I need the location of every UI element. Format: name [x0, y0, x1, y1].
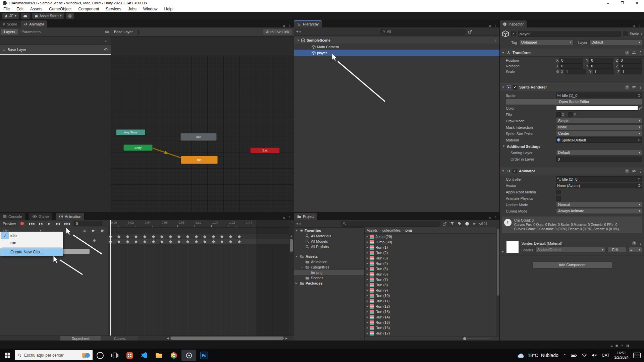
- static-checkbox[interactable]: [623, 32, 628, 36]
- favorites-star-icon[interactable]: ★: [473, 222, 476, 226]
- component-enabled-checkbox[interactable]: ✓: [513, 169, 517, 173]
- menu-jobs[interactable]: Jobs: [124, 6, 140, 12]
- tab-project[interactable]: Project: [294, 213, 318, 220]
- file-row[interactable]: ▶Run (3): [365, 255, 496, 261]
- foldout-icon[interactable]: ▶: [367, 316, 368, 318]
- axis-field[interactable]: 0: [589, 58, 613, 63]
- kebab-menu-icon[interactable]: ⋮: [639, 51, 642, 55]
- account-button[interactable]: JF ▾: [2, 13, 19, 19]
- scene-row[interactable]: ▼ SampleScene ⋮: [294, 37, 500, 44]
- color-swatch[interactable]: [556, 106, 638, 111]
- gear-icon[interactable]: [104, 48, 108, 52]
- transform-header[interactable]: ▼ Transform ?⋮: [500, 49, 644, 57]
- keyframe-diamond[interactable]: [185, 240, 190, 244]
- flip-x-checkbox[interactable]: [556, 112, 561, 117]
- add-layer-button[interactable]: +: [104, 38, 107, 44]
- checkbox[interactable]: [556, 196, 561, 201]
- maximize-button[interactable]: ❒: [615, 1, 630, 5]
- cloud-button[interactable]: [21, 13, 30, 19]
- taskbar-app-vscode[interactable]: [137, 349, 152, 362]
- help-icon[interactable]: ?: [625, 51, 629, 55]
- samples-field[interactable]: [62, 249, 90, 254]
- foldout-icon[interactable]: ▼: [502, 86, 504, 89]
- shader-dropdown[interactable]: Sprites/Default▾: [535, 247, 605, 253]
- kebab-menu-icon[interactable]: ⋮: [493, 38, 497, 43]
- wifi-icon[interactable]: [582, 353, 587, 357]
- add-keyframe-button[interactable]: ◆+: [90, 228, 97, 233]
- menu-assets[interactable]: Assets: [27, 6, 46, 12]
- tray-chevron-up-icon[interactable]: ⌃: [563, 353, 566, 358]
- object-field[interactable]: None (Avatar)⊙: [556, 183, 642, 188]
- hierarchy-search-input[interactable]: All: [380, 29, 466, 35]
- object-picker-icon[interactable]: ⊙: [637, 177, 641, 181]
- kebab-menu-icon[interactable]: ⋮: [493, 23, 497, 27]
- flip-y-checkbox[interactable]: [568, 112, 573, 117]
- tree-item-all-materials[interactable]: All Materials: [294, 233, 364, 239]
- dropdown[interactable]: None▾: [556, 124, 642, 130]
- menu-file[interactable]: File: [0, 6, 13, 12]
- breadcrumb-cutegirlfiles[interactable]: cutegirlfiles: [382, 228, 401, 232]
- foldout-icon[interactable]: ▼: [502, 170, 504, 173]
- foldout-icon[interactable]: ▶: [367, 332, 368, 335]
- file-row[interactable]: ▶Run (2): [365, 250, 496, 255]
- add-asset-button[interactable]: + ▾: [296, 222, 301, 226]
- keyframe-diamond[interactable]: [177, 235, 181, 239]
- file-row[interactable]: ▶Run (13): [365, 309, 496, 314]
- foldout-icon[interactable]: ▶: [367, 289, 368, 292]
- file-row[interactable]: ▶Run (5): [365, 266, 496, 272]
- foldout-icon[interactable]: ▼: [502, 145, 505, 148]
- hierarchy-item-player[interactable]: player: [294, 50, 500, 56]
- add-event-button[interactable]: ▮+: [99, 228, 106, 233]
- dropdown[interactable]: Simple▾: [556, 118, 642, 124]
- axis-field[interactable]: 0: [619, 63, 642, 69]
- taskbar-weather[interactable]: 18°C Nublado: [517, 353, 558, 358]
- tab-hierarchy[interactable]: Hierarchy: [294, 20, 322, 27]
- eyedropper-icon[interactable]: 🖉: [639, 106, 642, 110]
- object-picker-icon[interactable]: ⊙: [637, 138, 641, 142]
- tag-dropdown[interactable]: Untagged▾: [519, 40, 574, 45]
- axis-field[interactable]: 1: [593, 69, 614, 74]
- foldout-icon[interactable]: ▶: [296, 282, 299, 285]
- taskbar-app-browser-circle[interactable]: [93, 349, 107, 362]
- axis-field[interactable]: 0: [559, 63, 583, 69]
- lock-icon[interactable]: a: [633, 23, 635, 27]
- menu-services[interactable]: Services: [102, 6, 124, 12]
- file-row[interactable]: ▶Jump (29): [365, 234, 496, 239]
- keyframe-diamond[interactable]: [211, 240, 216, 244]
- foldout-icon[interactable]: ▼: [301, 266, 304, 268]
- next-key-button[interactable]: ▶▮: [54, 221, 62, 227]
- foldout-icon[interactable]: ▶: [367, 326, 368, 329]
- keyframe-diamond[interactable]: [143, 235, 147, 239]
- breadcrumb-Assets[interactable]: Assets: [367, 228, 378, 232]
- foldout-icon[interactable]: ▶: [367, 294, 368, 297]
- dopesheet-button[interactable]: Dopesheet: [60, 336, 101, 341]
- kebab-menu-icon[interactable]: ⋮: [287, 23, 291, 27]
- kebab-menu-icon[interactable]: ⋮: [290, 221, 294, 225]
- menu-item-create-new-clip-[interactable]: Create New Clip...: [0, 248, 63, 256]
- sprite-renderer-header[interactable]: ▼ ✓ Sprite Renderer ?⋮: [500, 83, 644, 91]
- popout-icon[interactable]: [442, 222, 447, 226]
- object-field[interactable]: Idle (1)_0⊙: [556, 93, 642, 98]
- name-field[interactable]: player: [518, 31, 621, 37]
- play-clip-button[interactable]: ▶: [45, 221, 53, 227]
- menu-gameobject[interactable]: GameObject: [46, 6, 75, 12]
- component-enabled-checkbox[interactable]: ✓: [513, 85, 517, 89]
- value-field[interactable]: 0: [556, 157, 642, 162]
- keyframe-diamond[interactable]: [117, 235, 121, 239]
- file-row[interactable]: ▶Run (9): [365, 288, 496, 293]
- keyframe-diamond[interactable]: [237, 240, 241, 244]
- keyframe-diamond[interactable]: [125, 240, 130, 244]
- search-by-type-icon[interactable]: [450, 222, 454, 226]
- tree-item-all-models[interactable]: All Models: [294, 239, 364, 244]
- dropdown[interactable]: Center▾: [556, 131, 642, 136]
- start-button[interactable]: [0, 349, 15, 362]
- keyframe-diamond[interactable]: [134, 235, 138, 239]
- open-sprite-editor-button[interactable]: Open Sprite Editor: [506, 99, 642, 105]
- keyframe-diamond[interactable]: [134, 240, 138, 244]
- menu-component[interactable]: Component: [75, 6, 102, 12]
- minimize-button[interactable]: –: [601, 1, 615, 5]
- tree-item-png[interactable]: png: [294, 270, 364, 275]
- foldout-icon[interactable]: ▶: [367, 241, 368, 243]
- foldout-icon[interactable]: ▶: [367, 251, 368, 254]
- file-row[interactable]: ▶Run (7): [365, 277, 496, 282]
